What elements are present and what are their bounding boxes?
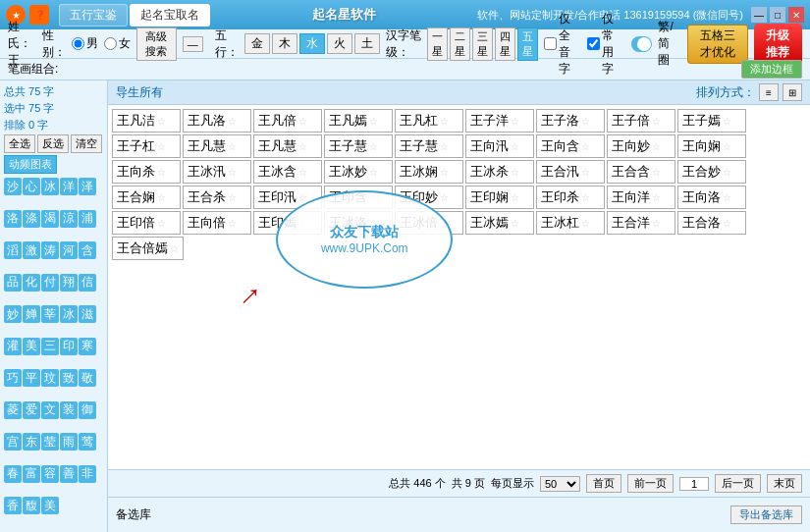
char-cell[interactable]: 品	[4, 274, 22, 292]
name-item[interactable]: 王冰娴☆	[395, 160, 463, 184]
prev-page-btn[interactable]: 前一页	[627, 474, 674, 493]
char-cell[interactable]: 三	[41, 338, 59, 355]
name-item[interactable]: 王向汛☆	[465, 134, 534, 158]
name-item[interactable]: 王子慧☆	[395, 134, 463, 158]
gender-male-radio[interactable]	[72, 37, 84, 50]
name-item[interactable]: 王凡洛☆	[183, 109, 251, 133]
char-cell[interactable]: 馥	[23, 497, 40, 514]
name-item[interactable]: 王子洛☆	[536, 109, 605, 133]
char-cell[interactable]: 莘	[41, 305, 59, 323]
gender-female-radio[interactable]	[104, 37, 117, 50]
char-cell[interactable]: 滋	[79, 305, 96, 323]
char-cell[interactable]: 致	[60, 369, 78, 387]
char-cell[interactable]: 洛	[4, 210, 22, 228]
level-2[interactable]: 二星	[450, 27, 470, 61]
char-cell[interactable]: 莹	[41, 433, 59, 451]
chart-btn[interactable]: 动频图表	[4, 155, 57, 174]
name-item[interactable]: 王印杀☆	[536, 186, 605, 209]
char-cell[interactable]: 寒	[79, 338, 96, 355]
invert-btn[interactable]: 反选	[37, 134, 69, 153]
first-page-btn[interactable]: 首页	[586, 474, 621, 493]
check-full-char[interactable]: 仅全音字	[544, 11, 581, 78]
per-page-select[interactable]: 20 50 100	[540, 476, 580, 492]
name-item[interactable]: 王向洛☆	[677, 186, 746, 209]
name-item[interactable]: 王冰倍☆	[395, 211, 463, 235]
name-item[interactable]: 王冰妙☆	[324, 160, 393, 184]
gender-female[interactable]: 女	[104, 35, 131, 52]
char-cell[interactable]: 翔	[60, 274, 78, 292]
nav-naming[interactable]: 起名宝取名	[130, 4, 210, 27]
name-item[interactable]: 王冰嫣☆	[465, 211, 534, 235]
minimize-button[interactable]: —	[751, 7, 767, 23]
char-cell[interactable]: 含	[79, 241, 96, 259]
name-item[interactable]: 王凡嫣☆	[324, 109, 393, 133]
close-button[interactable]: ✕	[788, 7, 804, 23]
name-item[interactable]: 王冰杀☆	[465, 160, 534, 184]
name-item[interactable]: 王印含☆	[324, 186, 393, 209]
sort-btn-grid[interactable]: ⊞	[783, 83, 802, 101]
char-cell[interactable]: 巧	[4, 369, 22, 387]
char-cell[interactable]: 洋	[60, 178, 78, 195]
name-item[interactable]: 王合含☆	[607, 160, 675, 184]
char-cell[interactable]: 印	[60, 338, 78, 355]
current-page-input[interactable]	[679, 477, 709, 491]
name-item[interactable]: 王凡慧☆	[253, 134, 322, 158]
char-cell[interactable]: 雨	[60, 433, 78, 451]
next-page-btn[interactable]: 后一页	[715, 474, 761, 493]
name-item[interactable]: 王印倍☆	[112, 211, 181, 235]
select-all-btn[interactable]: 全选	[4, 134, 35, 153]
name-item[interactable]: 王子倍☆	[607, 109, 675, 133]
char-cell[interactable]: 文	[41, 401, 59, 419]
char-cell[interactable]: 富	[23, 465, 40, 483]
name-item[interactable]: 王合妙☆	[677, 160, 746, 184]
char-cell[interactable]: 容	[41, 465, 59, 483]
char-cell[interactable]: 平	[23, 369, 40, 387]
wuxing-tu[interactable]: 土	[354, 33, 380, 54]
promote-btn[interactable]: 升级推荐	[754, 24, 802, 65]
name-item[interactable]: 王子嫣☆	[677, 109, 746, 133]
name-item[interactable]: 王冰洛☆	[324, 211, 393, 235]
clear-btn[interactable]: 清空	[71, 134, 102, 153]
nav-wuxing[interactable]: 五行宝鉴	[59, 4, 128, 27]
sort-btn-list[interactable]: ≡	[759, 83, 779, 101]
name-item[interactable]: 王冰杠☆	[536, 211, 605, 235]
name-item[interactable]: 王向洋☆	[607, 186, 675, 209]
level-4[interactable]: 四星	[495, 27, 515, 61]
char-cell[interactable]: 美	[23, 338, 40, 355]
add-frame-btn[interactable]: 添加边框	[741, 60, 802, 79]
char-cell[interactable]: 香	[4, 497, 22, 514]
name-item[interactable]: 王子慧☆	[324, 134, 393, 158]
wuxing-jin[interactable]: 金	[244, 33, 270, 54]
wuxing-huo[interactable]: 火	[327, 33, 352, 54]
name-item[interactable]: 王印汛☆	[253, 186, 322, 209]
char-cell[interactable]: 滔	[4, 241, 22, 259]
name-item[interactable]: 王印妙☆	[395, 186, 463, 209]
name-item[interactable]: 王向娴☆	[677, 134, 746, 158]
char-cell[interactable]: 渴	[41, 210, 59, 228]
check-common-input[interactable]	[587, 37, 600, 50]
gender-male[interactable]: 男	[72, 35, 98, 52]
char-cell[interactable]: 装	[60, 401, 78, 419]
name-item[interactable]: 王子洋☆	[465, 109, 534, 133]
name-item[interactable]: 王向妙☆	[607, 134, 675, 158]
name-item[interactable]: 王合洋☆	[607, 211, 675, 235]
char-cell[interactable]: 爱	[23, 401, 40, 419]
char-cell[interactable]: 涛	[41, 241, 59, 259]
name-item[interactable]: 王冰汛☆	[183, 160, 251, 184]
check-common-char[interactable]: 仅常用字	[587, 11, 624, 78]
char-cell[interactable]: 御	[79, 401, 96, 419]
char-cell[interactable]: 敬	[79, 369, 96, 387]
char-cell[interactable]: 化	[23, 274, 40, 292]
name-item[interactable]: 王合杀☆	[183, 186, 251, 209]
optimize-btn[interactable]: 五格三才优化	[687, 25, 748, 64]
name-item[interactable]: 王向含☆	[536, 134, 605, 158]
char-cell[interactable]: 非	[79, 465, 96, 483]
name-item[interactable]: 王凡杠☆	[395, 109, 463, 133]
level-5[interactable]: 五星	[517, 27, 538, 61]
char-cell[interactable]: 涤	[23, 210, 40, 228]
last-page-btn[interactable]: 末页	[767, 474, 802, 493]
check-full-input[interactable]	[544, 37, 557, 50]
char-cell[interactable]: 莺	[79, 433, 96, 451]
name-item[interactable]: 王印娴☆	[465, 186, 534, 209]
char-cell[interactable]: 灌	[4, 338, 22, 355]
